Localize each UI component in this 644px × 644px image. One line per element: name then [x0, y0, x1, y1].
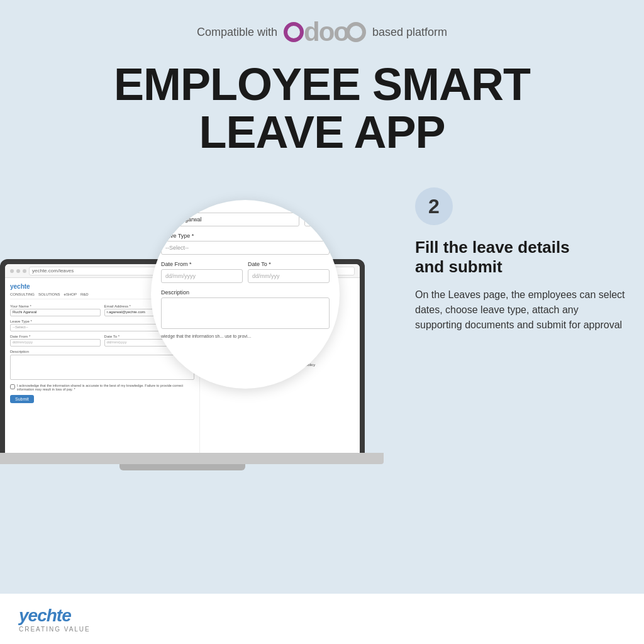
description-label: Description: [10, 350, 194, 353]
circle-date-to-label: Date To *: [248, 261, 330, 267]
odoo-text: doo: [304, 19, 348, 45]
nav-solutions[interactable]: SOLUTIONS: [38, 292, 60, 296]
acknowledge-text: wledge that the information sh... use to…: [161, 334, 251, 338]
step-badge: 2: [415, 187, 453, 225]
url-text: yechte.com/leaves: [32, 268, 74, 274]
circle-date-to-group: Date To * dd/mm/yyy: [248, 261, 330, 283]
odoo-o-right-icon: [346, 22, 366, 42]
laptop-area: yechte.com/leaves yechte CONSULTING SOLU…: [0, 169, 402, 470]
odoo-o-left-icon: [284, 22, 304, 42]
description-textarea[interactable]: [10, 355, 194, 380]
nav-rd[interactable]: R&D: [80, 292, 89, 296]
laptop-stand: [119, 464, 245, 470]
yechte-name: yechte: [19, 606, 91, 626]
checkbox-row: I acknowledge that the information share…: [10, 384, 194, 391]
circle-name-right: r.ag: [304, 213, 330, 226]
page: Compatible with doo based platform EMPLO…: [0, 0, 644, 644]
step-title: Fill the leave details and submit: [415, 238, 625, 277]
step-description: On the Leaves page, the employees can se…: [415, 287, 625, 333]
checkbox-text: I acknowledge that the information share…: [17, 384, 194, 391]
circle-overlay: Ruchi Agarwal r.ag Leave Type * --Select…: [151, 200, 340, 389]
step-title-line1: Fill the leave details: [415, 238, 625, 257]
middle-section: yechte.com/leaves yechte CONSULTING SOLU…: [0, 169, 644, 470]
circle-date-from-group: Date From * dd/mm/yyyy: [161, 261, 243, 283]
description-group: Description: [10, 350, 194, 380]
nav-eshop[interactable]: eSHOP: [64, 292, 77, 296]
circle-leave-type-select[interactable]: --Select--: [161, 241, 330, 255]
circle-date-from-label: Date From *: [161, 261, 243, 267]
title-line1: EMPLOYEE SMART: [0, 61, 644, 109]
nav-consulting[interactable]: CONSULTING: [10, 292, 35, 296]
bottom-bar: yechte CREATING VALUE: [0, 594, 644, 644]
compatible-text: Compatible with: [197, 26, 277, 39]
yechte-tagline: CREATING VALUE: [19, 626, 91, 633]
circle-date-row: Date From * dd/mm/yyyy Date To * dd/mm/y…: [161, 261, 330, 283]
circle-date-from-input[interactable]: dd/mm/yyyy: [161, 269, 243, 283]
circle-name-input: Ruchi Agarwal: [161, 213, 299, 226]
circle-form: Ruchi Agarwal r.ag Leave Type * --Select…: [151, 200, 340, 351]
odoo-logo: doo: [284, 19, 366, 45]
main-title: EMPLOYEE SMART LEAVE APP: [0, 55, 644, 169]
name-group: Your Name * Ruchi Agarwal: [10, 304, 101, 316]
step-title-line2: and submit: [415, 257, 625, 277]
acknowledge-checkbox[interactable]: [10, 384, 15, 389]
date-from-input[interactable]: dd/mm/yyyy: [10, 339, 101, 347]
circle-desc-label: Description: [161, 289, 330, 296]
right-panel: 2 Fill the leave details and submit On t…: [402, 169, 644, 332]
yechte-brand: yechte CREATING VALUE: [19, 606, 91, 633]
circle-acknowledge: wledge that the information sh... use to…: [161, 334, 330, 338]
circle-name-row: Ruchi Agarwal r.ag: [161, 213, 330, 226]
date-from-group: Date From * dd/mm/yyyy: [10, 335, 101, 347]
date-from-label: Date From *: [10, 335, 101, 338]
browser-dot-3: [23, 269, 26, 273]
laptop-base: [0, 453, 384, 464]
platform-text: based platform: [372, 26, 447, 39]
browser-dot-2: [16, 269, 20, 273]
circle-desc-area[interactable]: [161, 297, 330, 329]
top-bar: Compatible with doo based platform: [0, 0, 644, 55]
name-input[interactable]: Ruchi Agarwal: [10, 309, 101, 316]
circle-leave-type-label: Leave Type *: [161, 233, 330, 239]
title-line2: LEAVE APP: [0, 109, 644, 157]
browser-dot-1: [10, 269, 14, 273]
circle-date-to-input[interactable]: dd/mm/yyy: [248, 269, 330, 283]
submit-button[interactable]: Submit: [10, 395, 34, 403]
name-label: Your Name *: [10, 304, 101, 308]
